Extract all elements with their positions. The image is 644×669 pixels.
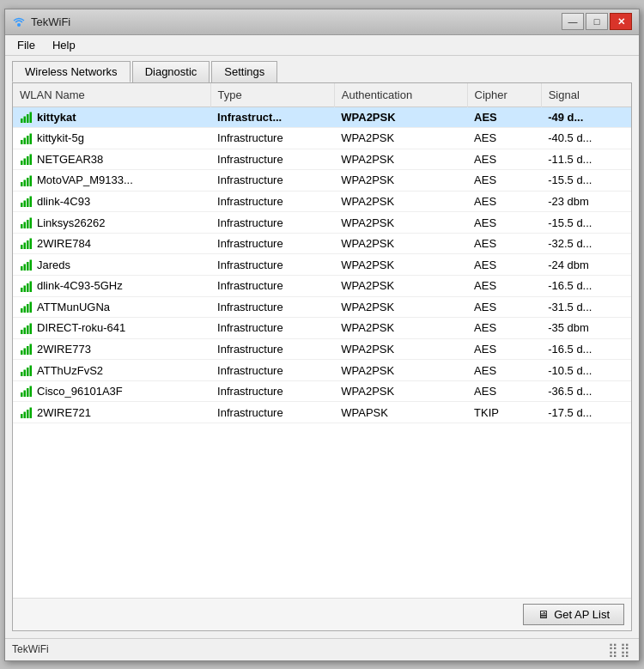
cell-cipher: AES	[467, 296, 541, 318]
cell-wlan-name: Cisco_96101A3F	[13, 380, 210, 402]
wifi-signal-icon	[20, 153, 33, 167]
col-wlan-name: WLAN Name	[13, 83, 210, 107]
wifi-signal-icon	[20, 385, 33, 398]
cell-wlan-name: Linksys26262	[13, 212, 210, 234]
cell-cipher: AES	[467, 338, 541, 360]
tab-settings[interactable]: Settings	[211, 61, 277, 82]
svg-rect-44	[30, 323, 33, 334]
cell-type: Infrastruct...	[210, 106, 334, 128]
svg-rect-32	[30, 260, 33, 271]
table-row[interactable]: dlink-4C93-5GHzInfrastructureWPA2PSKAES-…	[13, 276, 631, 297]
tab-diagnostic[interactable]: Diagnostic	[132, 61, 210, 82]
svg-rect-20	[30, 197, 33, 208]
minimize-button[interactable]: —	[562, 13, 584, 30]
svg-rect-24	[30, 217, 33, 228]
cell-type: Infrastructure	[210, 296, 334, 318]
svg-rect-28	[30, 239, 33, 250]
wlan-name-text: NETGEAR38	[37, 153, 103, 166]
wlan-name-text: DIRECT-roku-641	[37, 321, 125, 334]
svg-rect-21	[21, 224, 23, 228]
table-row[interactable]: dlink-4C93InfrastructureWPA2PSKAES-23 db…	[13, 191, 631, 212]
main-window: TekWiFi — □ ✕ File Help Wireless Network…	[4, 9, 640, 661]
cell-cipher: AES	[467, 318, 541, 339]
cell-cipher: AES	[467, 170, 541, 192]
table-row[interactable]: kittykatInfrastruct...WPA2PSKAES-49 d...	[13, 106, 631, 128]
cell-wlan-name: kittykit-5g	[13, 128, 210, 149]
svg-rect-33	[21, 288, 23, 292]
get-ap-list-button[interactable]: 🖥 Get AP List	[523, 604, 624, 625]
table-row[interactable]: NETGEAR38InfrastructureWPA2PSKAES-11.5 d…	[13, 149, 631, 170]
cell-wlan-name: 2WIRE721	[13, 402, 210, 423]
svg-rect-53	[21, 392, 23, 397]
cell-auth: WPA2PSK	[334, 128, 467, 149]
table-row[interactable]: 2WIRE721InfrastructureWPAPSKTKIP-17.5 d.…	[13, 402, 631, 423]
svg-rect-27	[27, 240, 29, 249]
svg-rect-38	[24, 307, 27, 313]
cell-wlan-name: 2WIRE773	[13, 338, 210, 360]
cell-signal: -49 d...	[541, 106, 631, 128]
wifi-signal-icon	[20, 301, 33, 314]
table-row[interactable]: kittykit-5gInfrastructureWPA2PSKAES-40.5…	[13, 128, 631, 149]
wlan-name-text: 2WIRE721	[37, 406, 91, 419]
svg-rect-1	[21, 119, 23, 123]
cell-signal: -24 dbm	[541, 254, 631, 276]
svg-rect-49	[21, 372, 23, 376]
wlan-name-text: ATTMunUGNa	[37, 301, 110, 313]
cell-auth: WPA2PSK	[334, 212, 467, 234]
svg-rect-30	[24, 265, 27, 271]
svg-rect-58	[24, 411, 27, 418]
cell-type: Infrastructure	[210, 212, 334, 234]
menu-bar: File Help	[5, 35, 639, 56]
wifi-signal-icon	[20, 405, 33, 419]
table-row[interactable]: DIRECT-roku-641InfrastructureWPA2PSKAES-…	[13, 318, 631, 339]
table-row[interactable]: ATThUzFvS2InfrastructureWPA2PSKAES-10.5 …	[13, 360, 631, 381]
svg-rect-9	[21, 161, 23, 165]
table-row[interactable]: MotoVAP_M9133...InfrastructureWPA2PSKAES…	[13, 170, 631, 192]
table-row[interactable]: 2WIRE784InfrastructureWPA2PSKAES-32.5 d.…	[13, 233, 631, 254]
svg-rect-15	[27, 178, 29, 186]
window-controls: — □ ✕	[562, 13, 632, 30]
maximize-button[interactable]: □	[586, 13, 608, 30]
svg-rect-35	[27, 283, 29, 292]
wifi-signal-icon	[20, 237, 33, 251]
svg-rect-10	[24, 159, 27, 166]
wlan-name-text: 2WIRE784	[37, 237, 91, 250]
svg-rect-47	[27, 346, 29, 355]
table-row[interactable]: JaredsInfrastructureWPA2PSKAES-24 dbm	[13, 254, 631, 276]
col-signal: Signal	[541, 83, 631, 107]
cell-auth: WPA2PSK	[334, 360, 467, 381]
svg-rect-22	[24, 222, 27, 228]
cell-type: Infrastructure	[210, 170, 334, 192]
cell-cipher: AES	[467, 380, 541, 402]
cell-cipher: AES	[467, 191, 541, 212]
menu-help[interactable]: Help	[44, 37, 84, 53]
cell-auth: WPA2PSK	[334, 233, 467, 254]
title-bar: TekWiFi — □ ✕	[5, 9, 639, 35]
svg-rect-41	[21, 330, 23, 334]
close-button[interactable]: ✕	[610, 13, 632, 30]
title-bar-left: TekWiFi	[12, 15, 70, 28]
table-row[interactable]: Cisco_96101A3FInfrastructureWPA2PSKAES-3…	[13, 380, 631, 402]
wlan-name-text: kittykat	[37, 111, 76, 124]
svg-rect-23	[27, 220, 29, 228]
cell-auth: WPA2PSK	[334, 170, 467, 192]
cell-type: Infrastructure	[210, 149, 334, 170]
svg-rect-60	[30, 407, 33, 418]
table-row[interactable]: ATTMunUGNaInfrastructureWPA2PSKAES-31.5 …	[13, 296, 631, 318]
wifi-signal-icon	[20, 279, 33, 293]
svg-rect-34	[24, 285, 27, 292]
cell-cipher: AES	[467, 106, 541, 128]
tab-wireless-networks[interactable]: Wireless Networks	[12, 61, 131, 82]
wlan-name-text: Jareds	[37, 258, 70, 271]
wifi-signal-icon	[20, 173, 33, 187]
svg-rect-18	[24, 201, 27, 208]
svg-rect-54	[24, 391, 27, 398]
cell-signal: -16.5 d...	[541, 276, 631, 297]
cell-wlan-name: NETGEAR38	[13, 149, 210, 170]
svg-rect-31	[27, 262, 29, 271]
table-wrapper[interactable]: WLAN Name Type Authentication Cipher Sig…	[13, 83, 631, 598]
menu-file[interactable]: File	[9, 37, 44, 53]
table-row[interactable]: 2WIRE773InfrastructureWPA2PSKAES-16.5 d.…	[13, 338, 631, 360]
svg-rect-25	[21, 245, 23, 249]
table-row[interactable]: Linksys26262InfrastructureWPA2PSKAES-15.…	[13, 212, 631, 234]
